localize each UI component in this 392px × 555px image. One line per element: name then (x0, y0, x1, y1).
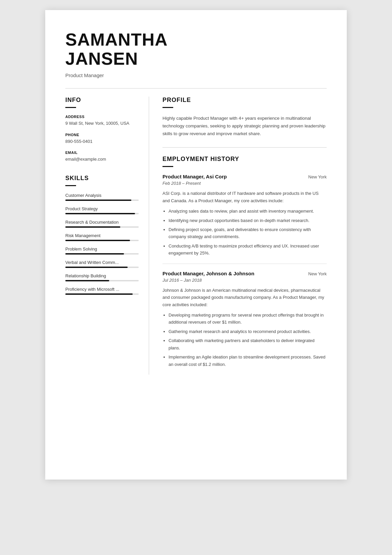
job-location: New York (308, 271, 327, 276)
profile-section: PROFILE Highly capable Product Manager w… (162, 97, 327, 138)
job-dates: Feb 2018 – Present (162, 181, 327, 186)
header-divider (65, 88, 327, 89)
job-separator (162, 264, 327, 264)
job-title: Product Manager, Johnson & Johnson (162, 271, 254, 276)
address-field: ADDRESS 9 Wall St, New York, 10005, USA (65, 115, 139, 127)
job-dates: Jul 2016 – Jan 2018 (162, 278, 327, 283)
skill-item: Risk Management (65, 233, 139, 241)
skill-bar-fill (65, 267, 128, 268)
skills-list: Customer Analysis Product Strategy Resea… (65, 193, 139, 295)
phone-field: PHONE 890-555-0401 (65, 133, 139, 145)
skill-bar-container (65, 280, 139, 281)
info-underline (65, 107, 76, 108)
job-location: New York (308, 174, 327, 179)
skill-item: Problem Solving (65, 246, 139, 255)
skill-bar-fill (65, 200, 131, 201)
skill-name: Product Strategy (65, 206, 139, 211)
skill-bar-fill (65, 226, 120, 228)
job-bullets: Developing marketing programs for severa… (162, 312, 327, 368)
bullet-item: Collaborating with marketing partners an… (169, 337, 327, 351)
job-description: Johnson & Johnson is an American multina… (162, 287, 327, 308)
left-column: INFO ADDRESS 9 Wall St, New York, 10005,… (65, 97, 149, 375)
skill-bar-container (65, 200, 139, 201)
skill-bar-fill (65, 240, 130, 241)
job-header: Product Manager, Johnson & Johnson New Y… (162, 271, 327, 276)
bullet-item: Gathering market research and analytics … (169, 328, 327, 335)
skill-bar-container (65, 267, 139, 268)
bullet-item: Conducting A/B testing to maximize produ… (169, 242, 327, 257)
skill-name: Problem Solving (65, 246, 139, 252)
employment-section: EMPLOYMENT HISTORY Product Manager, Asi … (162, 156, 327, 368)
skill-bar-container (65, 253, 139, 255)
job-entry: Product Manager, Johnson & Johnson New Y… (162, 271, 327, 368)
info-section-title: INFO (65, 97, 139, 104)
skill-bar-fill (65, 253, 124, 255)
phone-label: PHONE (65, 133, 139, 137)
address-value: 9 Wall St, New York, 10005, USA (65, 120, 139, 127)
skill-name: Proficiency with Microsoft ... (65, 287, 139, 292)
employment-underline (162, 166, 173, 167)
bullet-item: Implementing an Agile ideation plan to s… (169, 353, 327, 368)
email-field: EMAIL email@example.com (65, 151, 139, 163)
job-title: Product Manager, Asi Corp (162, 174, 227, 179)
profile-divider (162, 147, 327, 148)
jobs-list: Product Manager, Asi Corp New York Feb 2… (162, 174, 327, 368)
email-label: EMAIL (65, 151, 139, 155)
job-header: Product Manager, Asi Corp New York (162, 174, 327, 179)
skill-bar-fill (65, 280, 109, 281)
skill-bar-container (65, 293, 139, 295)
candidate-name: SAMANTHA JANSEN (65, 30, 327, 68)
job-entry: Product Manager, Asi Corp New York Feb 2… (162, 174, 327, 264)
header-section: SAMANTHA JANSEN Product Manager (65, 30, 327, 78)
skills-section: SKILLS Customer Analysis Product Strateg… (65, 175, 139, 295)
skill-item: Verbal and Written Comm... (65, 260, 139, 268)
skill-bar-fill (65, 213, 135, 214)
skill-item: Research & Documentation (65, 220, 139, 228)
skill-name: Risk Management (65, 233, 139, 238)
profile-underline (162, 107, 173, 108)
skill-item: Relationship Building (65, 273, 139, 281)
skill-name: Relationship Building (65, 273, 139, 278)
skill-item: Customer Analysis (65, 193, 139, 201)
profile-section-title: PROFILE (162, 97, 327, 104)
job-description: ASI Corp. is a national distributor of I… (162, 190, 327, 204)
skill-name: Research & Documentation (65, 220, 139, 225)
skill-bar-fill (65, 293, 133, 295)
resume-page: SAMANTHA JANSEN Product Manager INFO ADD… (45, 10, 347, 480)
job-bullets: Analyzing sales data to review, plan and… (162, 208, 327, 257)
profile-text: Highly capable Product Manager with 4+ y… (162, 115, 327, 138)
right-column: PROFILE Highly capable Product Manager w… (149, 97, 327, 375)
skills-underline (65, 185, 76, 186)
phone-value: 890-555-0401 (65, 138, 139, 145)
skill-item: Product Strategy (65, 206, 139, 214)
info-section: INFO ADDRESS 9 Wall St, New York, 10005,… (65, 97, 139, 163)
email-value: email@example.com (65, 156, 139, 163)
candidate-title: Product Manager (65, 72, 327, 78)
two-column-layout: INFO ADDRESS 9 Wall St, New York, 10005,… (65, 97, 327, 375)
skill-name: Verbal and Written Comm... (65, 260, 139, 265)
skill-bar-container (65, 226, 139, 228)
bullet-item: Defining project scope, goals, and deliv… (169, 226, 327, 240)
address-label: ADDRESS (65, 115, 139, 119)
skill-bar-container (65, 213, 139, 214)
skill-item: Proficiency with Microsoft ... (65, 287, 139, 295)
bullet-item: Analyzing sales data to review, plan and… (169, 208, 327, 215)
bullet-item: Developing marketing programs for severa… (169, 312, 327, 326)
skill-name: Customer Analysis (65, 193, 139, 198)
employment-section-title: EMPLOYMENT HISTORY (162, 156, 327, 163)
bullet-item: Identifying new product opportunities ba… (169, 217, 327, 224)
skills-section-title: SKILLS (65, 175, 139, 182)
skill-bar-container (65, 240, 139, 241)
